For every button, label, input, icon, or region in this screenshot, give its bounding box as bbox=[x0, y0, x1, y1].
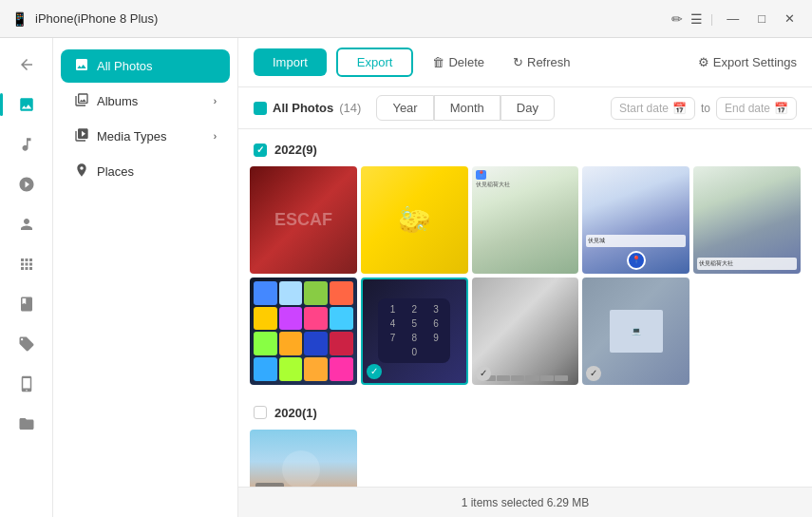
delete-icon: 🗑 bbox=[432, 55, 444, 69]
date-range: Start date 📅 to End date 📅 bbox=[611, 97, 797, 120]
media-types-label: Media Types bbox=[97, 129, 166, 144]
tab-year[interactable]: Year bbox=[376, 95, 433, 121]
all-photos-count: (14) bbox=[339, 101, 361, 115]
sidebar-item-albums[interactable]: Albums › bbox=[61, 85, 230, 118]
badge-square bbox=[254, 102, 267, 115]
albums-icon bbox=[74, 92, 89, 110]
check-overlay-7: ✓ bbox=[367, 364, 382, 379]
sidebar-item-all-photos[interactable]: All Photos bbox=[61, 49, 230, 83]
sidebar-item-media-types[interactable]: Media Types › bbox=[61, 120, 230, 153]
content-area: Import Export 🗑 Delete ↻ Refresh ⚙ Expor… bbox=[238, 38, 812, 517]
calendar-icon-end: 📅 bbox=[774, 102, 788, 115]
year-checkbox-2022[interactable]: ✓ bbox=[254, 144, 267, 157]
photo-area[interactable]: ✓ 2022(9) ESCAF 🧽 📍 伏見稲荷大社 bbox=[238, 129, 812, 487]
sidebar-icon-video[interactable] bbox=[9, 167, 44, 201]
photo-grid-2022: ESCAF 🧽 📍 伏見稲荷大社 伏見城 bbox=[250, 163, 801, 389]
sidebar-icon-photos[interactable] bbox=[9, 87, 44, 122]
photo-thumb-5[interactable]: 伏見稲荷大社 bbox=[693, 166, 801, 274]
maximize-button[interactable]: □ bbox=[752, 10, 771, 28]
toolbar: Import Export 🗑 Delete ↻ Refresh ⚙ Expor… bbox=[238, 38, 812, 87]
status-text: 1 items selected 6.29 MB bbox=[462, 496, 590, 509]
pen-icon[interactable]: ✏ bbox=[671, 11, 683, 27]
all-photos-label: All Photos bbox=[97, 59, 153, 73]
export-settings-button[interactable]: ⚙ Export Settings bbox=[698, 55, 797, 69]
titlebar-title: iPhone(iPhone 8 Plus) bbox=[35, 11, 158, 26]
albums-label: Albums bbox=[97, 94, 138, 108]
sidebar-item-places[interactable]: Places bbox=[61, 155, 230, 188]
all-photos-badge: All Photos (14) bbox=[254, 101, 361, 115]
year-label-2020: 2020(1) bbox=[274, 406, 317, 420]
tab-day[interactable]: Day bbox=[500, 95, 555, 121]
year-header-2022[interactable]: ✓ 2022(9) bbox=[250, 137, 801, 163]
settings-icon: ⚙ bbox=[698, 55, 709, 69]
tab-month[interactable]: Month bbox=[434, 95, 500, 121]
start-date-placeholder: Start date bbox=[619, 102, 669, 115]
photo-thumb-2[interactable]: 🧽 bbox=[361, 166, 468, 274]
status-bar: 1 items selected 6.29 MB bbox=[238, 487, 812, 517]
window-controls: ✏ ☰ | — □ ✕ bbox=[671, 10, 801, 28]
close-button[interactable]: ✕ bbox=[779, 10, 801, 28]
export-settings-label: Export Settings bbox=[713, 55, 797, 69]
icon-sidebar bbox=[0, 38, 53, 517]
import-button[interactable]: Import bbox=[254, 48, 327, 76]
titlebar-left: 📱 iPhone(iPhone 8 Plus) bbox=[11, 11, 158, 27]
delete-button[interactable]: 🗑 Delete bbox=[423, 49, 494, 75]
menu-icon[interactable]: ☰ bbox=[690, 11, 703, 27]
minimize-button[interactable]: — bbox=[721, 10, 745, 28]
check-overlay-8: ✓ bbox=[476, 366, 491, 381]
all-photos-icon bbox=[74, 57, 89, 75]
photo-thumb-4[interactable]: 伏見城 📍 bbox=[582, 166, 689, 274]
year-checkbox-2020[interactable] bbox=[254, 406, 267, 419]
view-bar: All Photos (14) Year Month Day Start dat… bbox=[238, 87, 812, 129]
refresh-label: Refresh bbox=[527, 55, 571, 69]
photo-grid-2020 bbox=[250, 426, 801, 487]
places-icon bbox=[74, 163, 89, 181]
places-label: Places bbox=[97, 164, 134, 179]
photo-thumb-10[interactable] bbox=[250, 430, 357, 487]
main-layout: All Photos Albums › Media Types › Places bbox=[0, 38, 812, 517]
sidebar-icon-apps[interactable] bbox=[9, 247, 44, 281]
sidebar-icon-folder[interactable] bbox=[9, 407, 44, 441]
refresh-icon: ↻ bbox=[513, 55, 523, 69]
photo-thumb-3[interactable]: 📍 伏見稲荷大社 bbox=[472, 166, 579, 274]
sidebar-icon-music[interactable] bbox=[9, 127, 44, 162]
end-date-placeholder: End date bbox=[725, 102, 770, 115]
sidebar-icon-books[interactable] bbox=[9, 287, 44, 321]
photo-thumb-9[interactable]: 💻 ✓ bbox=[582, 278, 689, 385]
left-sidebar: All Photos Albums › Media Types › Places bbox=[53, 38, 238, 517]
end-date-input[interactable]: End date 📅 bbox=[716, 97, 797, 120]
phone-icon: 📱 bbox=[11, 11, 28, 27]
year-header-2020[interactable]: 2020(1) bbox=[250, 400, 801, 426]
delete-label: Delete bbox=[448, 55, 484, 69]
year-label-2022: 2022(9) bbox=[274, 143, 317, 157]
check-overlay-9: ✓ bbox=[586, 366, 601, 381]
albums-chevron: › bbox=[214, 96, 217, 106]
photo-thumb-6[interactable] bbox=[250, 278, 357, 385]
media-types-icon bbox=[74, 127, 89, 145]
media-types-chevron: › bbox=[214, 131, 217, 142]
start-date-input[interactable]: Start date 📅 bbox=[611, 97, 695, 120]
sidebar-icon-phone[interactable] bbox=[9, 367, 44, 401]
refresh-button[interactable]: ↻ Refresh bbox=[503, 49, 580, 75]
sidebar-icon-tag[interactable] bbox=[9, 327, 44, 361]
all-photos-view-label: All Photos bbox=[273, 101, 333, 115]
photo-thumb-8[interactable]: ✓ bbox=[472, 278, 579, 385]
export-button[interactable]: Export bbox=[336, 48, 414, 77]
sidebar-icon-back[interactable] bbox=[9, 48, 44, 82]
sidebar-icon-contacts[interactable] bbox=[9, 207, 44, 241]
titlebar: 📱 iPhone(iPhone 8 Plus) ✏ ☰ | — □ ✕ bbox=[0, 0, 812, 38]
year-group-2020: 2020(1) bbox=[250, 400, 801, 487]
photo-thumb-7[interactable]: 1 2 3 4 5 6 7 8 9 0 bbox=[361, 278, 468, 385]
calendar-icon-start: 📅 bbox=[672, 102, 687, 115]
date-to-label: to bbox=[701, 102, 710, 115]
view-tabs: Year Month Day bbox=[376, 95, 555, 121]
photo-thumb-1[interactable]: ESCAF bbox=[250, 166, 357, 274]
year-group-2022: ✓ 2022(9) ESCAF 🧽 📍 伏見稲荷大社 bbox=[250, 137, 801, 389]
